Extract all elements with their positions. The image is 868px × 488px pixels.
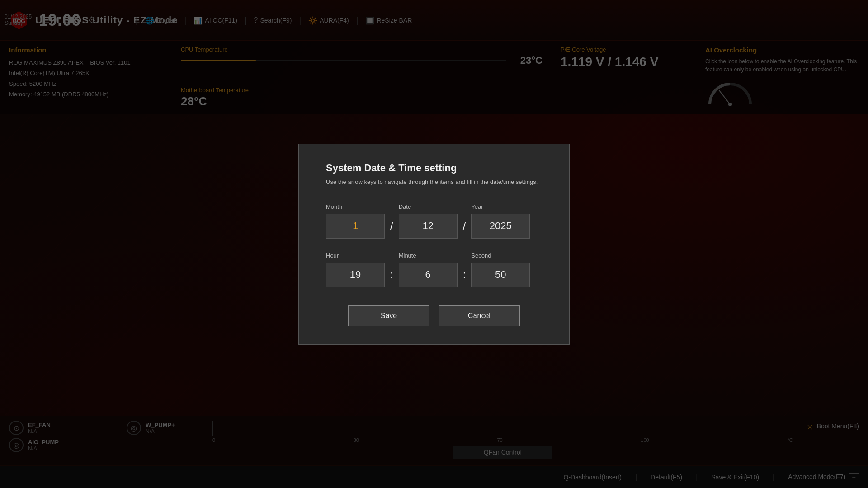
second-input[interactable]: [471, 263, 530, 287]
minute-label: Minute: [399, 252, 416, 259]
date-row: Month / Date / Year: [326, 203, 542, 239]
modal-subtitle: Use the arrow keys to navigate through t…: [326, 178, 542, 185]
hour-group: Hour: [326, 252, 385, 287]
month-label: Month: [326, 203, 342, 210]
save-button[interactable]: Save: [348, 305, 429, 326]
month-group: Month: [326, 203, 385, 239]
date-label: Date: [399, 203, 411, 210]
second-group: Second: [471, 252, 530, 287]
minute-input[interactable]: [399, 263, 458, 287]
date-separator-1: /: [385, 220, 399, 239]
time-separator-1: :: [385, 268, 399, 287]
year-group: Year: [471, 203, 530, 239]
date-input[interactable]: [399, 214, 458, 239]
time-row: Hour : Minute : Second: [326, 252, 542, 287]
hour-label: Hour: [326, 252, 339, 259]
second-label: Second: [471, 252, 491, 259]
time-separator-2: :: [458, 268, 472, 287]
minute-group: Minute: [399, 252, 458, 287]
month-input[interactable]: [326, 214, 385, 239]
year-label: Year: [471, 203, 483, 210]
modal-overlay: System Date & Time setting Use the arrow…: [0, 0, 868, 488]
modal-title: System Date & Time setting: [326, 162, 542, 174]
date-group: Date: [399, 203, 458, 239]
cancel-button[interactable]: Cancel: [439, 305, 520, 326]
datetime-modal: System Date & Time setting Use the arrow…: [298, 144, 570, 345]
modal-buttons: Save Cancel: [326, 305, 542, 326]
date-separator-2: /: [458, 220, 472, 239]
hour-input[interactable]: [326, 263, 385, 287]
year-input[interactable]: [471, 214, 530, 239]
date-time-fields: Month / Date / Year Hour: [326, 203, 542, 287]
